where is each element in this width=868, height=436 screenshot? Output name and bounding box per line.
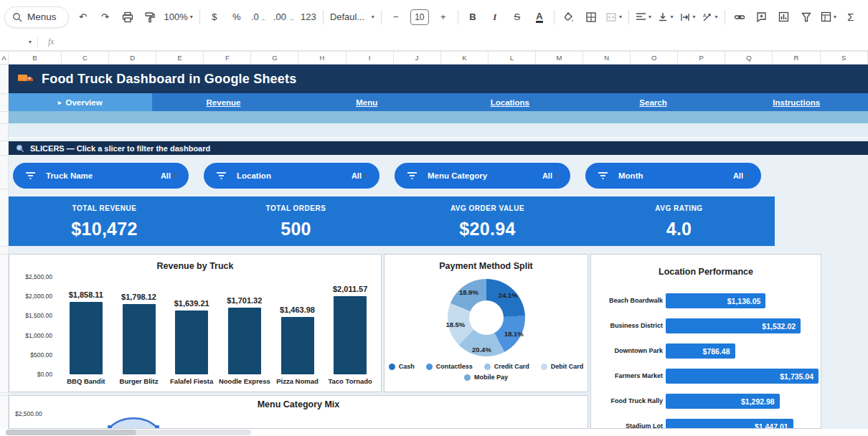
column-header-K[interactable]: K (441, 51, 489, 65)
undo-button[interactable]: ↶ (75, 8, 91, 27)
column-header-G[interactable]: G (251, 51, 298, 65)
tab-menu[interactable]: Menu (295, 93, 438, 111)
fill-color-icon (563, 11, 575, 23)
kpi-value: 4.0 (666, 219, 692, 240)
tab-revenue[interactable]: Revenue (152, 93, 296, 111)
slicer-month[interactable]: MonthAll ▾ (585, 163, 761, 189)
row-gutter (0, 65, 9, 429)
column-header-N[interactable]: N (583, 51, 631, 65)
insert-comment-button[interactable] (754, 8, 770, 27)
column-header-C[interactable]: C (62, 51, 109, 65)
slicer-value-dropdown[interactable]: All ▾ (161, 171, 176, 180)
merge-cells-button[interactable]: ▾ (605, 8, 622, 27)
tab-instructions[interactable]: Instructions (725, 93, 868, 111)
redo-button[interactable]: ↷ (98, 8, 113, 27)
paint-format-button[interactable] (142, 8, 158, 27)
insert-link-button[interactable] (732, 8, 747, 27)
column-header-R[interactable]: R (773, 51, 820, 65)
column-header-A[interactable]: A (0, 51, 9, 65)
y-axis-tick: $2,000.00 (9, 293, 52, 300)
x-axis-label: Noodle Express (218, 377, 271, 385)
decrease-font-size-button[interactable]: − (388, 8, 404, 27)
borders-button[interactable] (583, 8, 599, 27)
slicer-value-dropdown[interactable]: All ▾ (352, 171, 367, 180)
increase-font-size-button[interactable]: + (435, 8, 451, 27)
horizontal-align-button[interactable]: ▾ (636, 8, 651, 27)
tab-overview[interactable]: ▸Overview (9, 93, 152, 111)
chart-payment-method-split: Payment Method Split CashContactlessCred… (384, 254, 588, 392)
tab-search[interactable]: Search (582, 93, 725, 111)
chart-title: Menu Category Mix (9, 399, 588, 409)
format-percent-button[interactable]: % (229, 8, 245, 27)
fill-color-button[interactable] (561, 8, 577, 27)
print-button[interactable] (120, 8, 136, 27)
column-header-Q[interactable]: Q (725, 51, 773, 65)
legend-dot (389, 364, 395, 370)
decrease-decimal-button[interactable]: .0← (251, 8, 267, 27)
column-header-S[interactable]: S (821, 51, 868, 65)
dashboard-nav: ▸OverviewRevenueMenuLocationsSearchInstr… (9, 93, 868, 111)
chart-location-performance: Location Performance Beach Boardwalk$1,1… (590, 254, 821, 429)
slicer-menu-category[interactable]: Menu CategoryAll ▾ (395, 163, 570, 189)
column-header-M[interactable]: M (536, 51, 583, 65)
text-color-button[interactable]: A (536, 11, 542, 23)
formula-input[interactable] (55, 34, 868, 50)
create-filter-button[interactable] (798, 8, 814, 27)
column-header-J[interactable]: J (394, 51, 441, 65)
filter-icon (598, 171, 608, 180)
format-currency-button[interactable]: $ (207, 8, 222, 27)
tab-label: Revenue (207, 98, 241, 107)
insert-chart-button[interactable] (776, 8, 792, 27)
chevron-down-icon: ▾ (670, 14, 673, 20)
vertical-align-button[interactable]: ▾ (658, 8, 674, 27)
chart-legend: CashContactlessCredit CardDebit Card (385, 363, 588, 370)
horizontal-scrollbar[interactable] (6, 430, 251, 435)
column-header-L[interactable]: L (489, 51, 536, 65)
menus-search-button[interactable]: Menus (4, 6, 69, 28)
column-header-I[interactable]: I (346, 51, 394, 65)
horizontal-scrollbar-thumb[interactable] (6, 430, 136, 435)
divider (554, 10, 555, 24)
legend-item-contactless: Contactless (426, 363, 473, 370)
increase-decimal-button[interactable]: .00→ (273, 8, 294, 27)
bar-burger-blitz (123, 304, 156, 374)
font-family-select[interactable]: Defaul...▾ (330, 8, 374, 27)
slicer-location[interactable]: LocationAll ▾ (204, 163, 379, 189)
svg-text:A: A (703, 13, 707, 18)
column-header-O[interactable]: O (631, 51, 678, 65)
divider (725, 10, 725, 24)
sheet-views-button[interactable]: ▾ (821, 8, 836, 27)
bold-button[interactable]: B (465, 8, 481, 27)
slicer-label: Menu Category (428, 171, 487, 180)
strikethrough-button[interactable]: S (509, 8, 525, 27)
slicer-value-dropdown[interactable]: All ▾ (733, 171, 749, 180)
text-wrap-icon (680, 12, 690, 22)
column-header-D[interactable]: D (109, 51, 156, 65)
kpi-total-revenue: TOTAL REVENUE$10,472 (9, 196, 200, 246)
text-rotation-button[interactable]: A ▾ (702, 8, 718, 27)
functions-button[interactable]: Σ (843, 8, 859, 27)
bar-taco-tornado (334, 296, 367, 374)
italic-button[interactable]: I (487, 8, 503, 27)
y-axis-tick: $0.00 (9, 371, 52, 378)
column-header-F[interactable]: F (204, 51, 251, 65)
column-header-H[interactable]: H (298, 51, 346, 65)
kpi-value: 500 (280, 219, 311, 240)
column-header-P[interactable]: P (678, 51, 725, 65)
more-formats-button[interactable]: 123 (301, 8, 316, 27)
slicer-value-dropdown[interactable]: All ▾ (542, 171, 558, 180)
merge-cells-icon (605, 11, 617, 23)
column-header-E[interactable]: E (156, 51, 204, 65)
spreadsheet-canvas[interactable]: Food Truck Dashboard in Google Sheets ▸O… (0, 65, 868, 429)
text-wrap-button[interactable]: ▾ (680, 8, 696, 27)
name-box[interactable]: ▾ (0, 39, 37, 45)
tab-locations[interactable]: Locations (438, 93, 582, 111)
slicer-truck-name[interactable]: Truck NameAll ▾ (13, 163, 189, 189)
slice-label: 18.1% (504, 329, 524, 337)
category-label: Beach Boardwalk (591, 293, 663, 308)
column-header-B[interactable]: B (9, 51, 62, 65)
kpi-label: AVG ORDER VALUE (450, 204, 524, 212)
chart-title: Payment Method Split (385, 261, 588, 271)
font-size-input[interactable]: 10 (410, 9, 429, 25)
zoom-select[interactable]: 100%▾ (164, 8, 193, 27)
